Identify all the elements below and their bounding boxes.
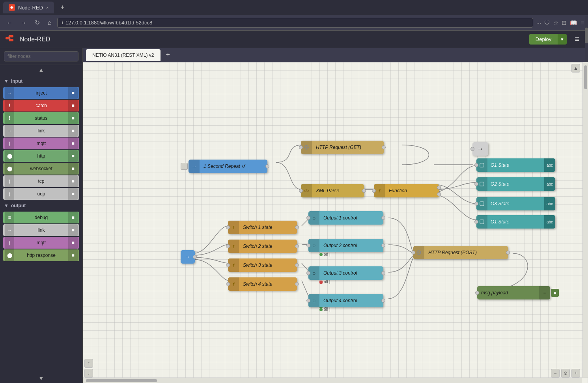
output3-node[interactable]: ⊙ Output 3 control <box>308 266 383 280</box>
mqtt-out-icon: ) <box>5 237 14 249</box>
zoom-plus-btn[interactable]: + <box>571 369 580 377</box>
canvas-left-nav: ↑ ↓ <box>84 359 93 377</box>
node-debug[interactable]: ≡ debug ■ <box>3 212 79 223</box>
tab-close-btn[interactable]: × <box>46 5 49 10</box>
switch3-node[interactable]: f Switch 3 state <box>228 258 297 272</box>
inject-left-node[interactable]: → <box>181 250 195 264</box>
inject-port: ■ <box>68 87 78 99</box>
extensions-icon[interactable]: ⊞ <box>562 19 567 26</box>
zoom-reset-btn[interactable]: ⊙ <box>561 369 570 377</box>
msg-payload-node[interactable]: msg.payload ≡ ■ <box>477 286 550 299</box>
tcp-in-port: ■ <box>68 175 78 187</box>
output-section-header[interactable]: ▼ output <box>0 201 82 211</box>
forward-button[interactable]: → <box>18 18 29 28</box>
deploy-button[interactable]: Deploy <box>529 34 558 45</box>
xml-parse-label: XML Parse <box>312 188 364 193</box>
inject-trigger-btn[interactable] <box>181 163 188 170</box>
xml-parse-node[interactable]: </> XML Parse <box>301 184 364 197</box>
filter-nodes-input[interactable] <box>4 51 78 61</box>
o1-state-top-node[interactable]: O1 State abc <box>476 158 555 172</box>
switch3-port-left <box>226 263 230 267</box>
node-http-in[interactable]: ⬤ http ■ <box>3 150 79 162</box>
node-mqtt-out-label: mqtt <box>14 240 68 245</box>
node-link-in[interactable]: → link ■ <box>3 125 79 137</box>
canvas-down-btn[interactable]: ↓ <box>84 369 93 377</box>
node-mqtt-in[interactable]: ) mqtt ■ <box>3 138 79 149</box>
o2-state-abc-badge: abc <box>544 177 555 191</box>
canvas-tab-main[interactable]: NETIO AN31 (REST XML) v2 <box>86 49 161 61</box>
node-catch[interactable]: ! catch ■ <box>3 100 79 112</box>
output4-label: Output 4 control <box>319 298 383 303</box>
o2-state-node[interactable]: O2 State abc <box>476 177 555 191</box>
status-icon: ! <box>5 112 14 124</box>
node-status-label: status <box>14 115 68 121</box>
function-label: Function <box>385 188 439 193</box>
node-websocket-in[interactable]: ⬤ websocket ■ <box>3 163 79 175</box>
output3-status-text: off | <box>324 280 330 284</box>
udp-in-port: ■ <box>68 188 78 200</box>
o1-state-top-port-left <box>474 163 478 167</box>
sidebar-scroll-up-btn[interactable]: ▲ <box>0 65 82 74</box>
catch-icon: ! <box>5 100 14 112</box>
switch1-node[interactable]: f Switch 1 state <box>228 221 297 234</box>
output-section-label: output <box>11 203 26 208</box>
reload-button[interactable]: ↻ <box>32 17 42 28</box>
reader-icon[interactable]: 📖 <box>570 19 577 26</box>
output1-node[interactable]: ⊙ Output 1 control <box>308 211 383 225</box>
http-post-node[interactable]: HTTP Request (POST) <box>413 246 508 259</box>
more-icon[interactable]: ··· <box>536 19 541 26</box>
canvas-scrollbar-v-thumb <box>584 65 587 89</box>
canvas-area: NETIO AN31 (REST XML) v2 + <box>83 48 588 383</box>
bookmark-icon[interactable]: ☆ <box>553 19 558 26</box>
msg-payload-toggle[interactable]: ■ <box>551 289 559 297</box>
main-area: ▲ ▼ input → inject ■ ! catch ■ <box>0 48 588 383</box>
o3-state-port-left <box>474 202 478 206</box>
switch2-node[interactable]: f Switch 2 state <box>228 240 297 253</box>
sidebar-scroll-down-btn[interactable]: ▼ <box>0 374 82 383</box>
app-logo: Node-RED <box>6 34 50 45</box>
output2-node[interactable]: ⊙ Output 2 control <box>308 239 383 252</box>
add-tab-button[interactable]: + <box>162 49 174 61</box>
output4-node[interactable]: ⊙ Output 4 control <box>308 294 383 307</box>
node-inject[interactable]: → inject ■ <box>3 87 79 99</box>
o1-state-bot-node[interactable]: O1 State abc <box>476 215 555 229</box>
output2-label: Output 2 control <box>319 243 383 248</box>
zoom-minus-btn[interactable]: − <box>551 369 560 377</box>
o3-state-node[interactable]: O3 State abc <box>476 197 555 210</box>
output2-port-right <box>381 244 385 247</box>
switch4-label: Switch 4 state <box>239 281 297 287</box>
deploy-dropdown-button[interactable]: ▾ <box>558 34 567 45</box>
node-status[interactable]: ! status ■ <box>3 112 79 124</box>
back-button[interactable]: ← <box>4 18 15 28</box>
canvas-nav-up[interactable]: ▲ <box>571 64 580 73</box>
xml-parse-port-right <box>362 189 366 193</box>
inject-node[interactable]: → 1 Second Repeat ↺ <box>189 160 267 173</box>
node-link-out[interactable]: → link ■ <box>3 224 79 236</box>
canvas-scrollbar-v[interactable] <box>582 62 588 377</box>
input-section-header[interactable]: ▼ input <box>0 76 82 86</box>
home-button[interactable]: ⌂ <box>45 18 54 28</box>
node-udp-in[interactable]: ) udp ■ <box>3 188 79 200</box>
canvas-up-btn[interactable]: ↑ <box>84 359 93 368</box>
hamburger-menu-button[interactable]: ≡ <box>571 33 582 45</box>
menu-icon[interactable]: ≡ <box>581 19 584 26</box>
node-link-top[interactable]: → <box>472 142 488 156</box>
node-mqtt-out[interactable]: ) mqtt ■ <box>3 237 79 249</box>
new-tab-button[interactable]: + <box>57 2 68 13</box>
browser-toolbar-icons: ··· 🛡 ☆ ⊞ 📖 ≡ <box>536 19 584 26</box>
shield-icon: 🛡 <box>544 19 550 26</box>
http-get-node[interactable]: HTTP Request (GET) <box>301 141 384 154</box>
output4-status-dot <box>319 308 323 311</box>
browser-tab[interactable]: Node-RED × <box>3 2 54 13</box>
address-bar[interactable]: ℹ 127.0.0.1:1880/#flow/fbb4d1fd.52dcc8 <box>57 18 533 28</box>
switch4-node[interactable]: f Switch 4 state <box>228 277 297 291</box>
o1-state-bot-port-left <box>474 220 478 224</box>
node-tcp-in[interactable]: ) tcp ■ <box>3 175 79 187</box>
node-http-response[interactable]: ⬤ http response ■ <box>3 249 79 261</box>
debug-icon: ≡ <box>5 212 14 223</box>
flow-canvas[interactable]: → → 1 Second Repeat ↺ <box>83 62 588 383</box>
status-port: ■ <box>68 112 78 124</box>
node-http-response-label: http response <box>14 253 68 258</box>
function-node[interactable]: f Function <box>374 184 439 197</box>
canvas-scrollbar-h[interactable] <box>83 377 582 383</box>
